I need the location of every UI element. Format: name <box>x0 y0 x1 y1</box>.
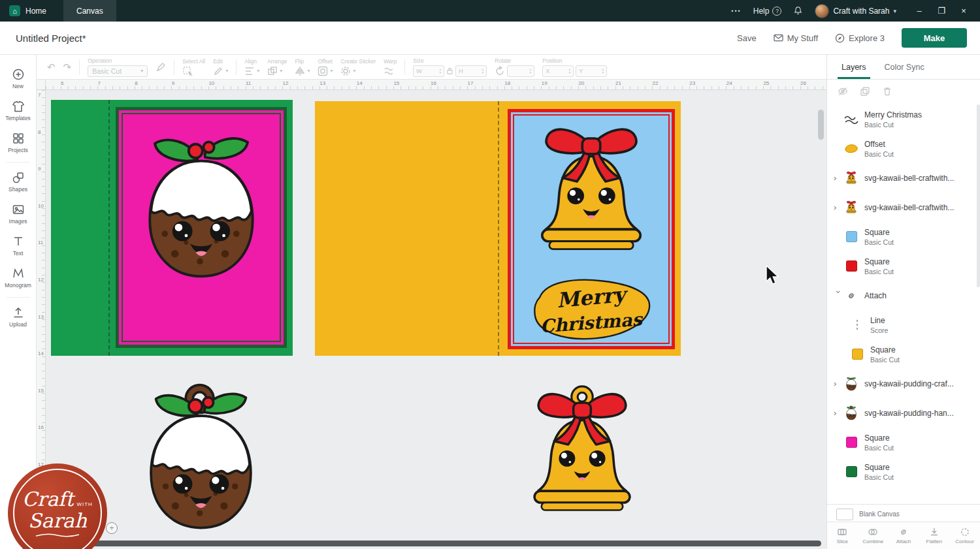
operation-dropdown[interactable]: Basic Cut ▾ <box>88 65 148 77</box>
attach-button[interactable]: Attach <box>889 522 919 549</box>
hide-layer-icon[interactable] <box>838 86 848 97</box>
tab-layers[interactable]: Layers <box>832 55 875 79</box>
layer-row-bell-2[interactable]: › svg-kawaii-bell-craftwith... <box>827 193 977 222</box>
pudding-gift-tag[interactable] <box>134 381 268 533</box>
sidebar-item-images[interactable]: Images <box>0 198 36 230</box>
plus-circle-icon <box>12 68 25 81</box>
window-minimize-button[interactable]: – <box>908 0 930 22</box>
explore-button[interactable]: Explore 3 <box>835 33 885 43</box>
home-tab[interactable]: Home <box>25 7 46 16</box>
sidebar-item-upload[interactable]: Upload <box>0 301 36 333</box>
window-maximize-button[interactable]: ❐ <box>930 0 953 22</box>
rotate-icon <box>495 66 505 76</box>
christmas-card-pudding[interactable] <box>51 100 293 356</box>
create-sticker-dropdown[interactable]: Create Sticker ▾ <box>340 58 376 76</box>
layer-row-merry-christmas[interactable]: Merry ChristmasBasic Cut <box>827 104 977 134</box>
chevron-right-icon[interactable]: › <box>834 408 843 418</box>
layer-row-offset[interactable]: OffsetBasic Cut <box>827 134 977 163</box>
sidebar-item-shapes[interactable]: Shapes <box>0 166 36 198</box>
window-close-button[interactable]: × <box>953 0 975 22</box>
tab-color-sync[interactable]: Color Sync <box>875 55 934 79</box>
sidebar-item-new[interactable]: New <box>0 63 36 95</box>
layer-row-square-red[interactable]: SquareBasic Cut <box>827 251 977 281</box>
rotate-input[interactable]: ▴▾ <box>507 65 534 77</box>
kawaii-pudding-artwork[interactable] <box>132 125 270 281</box>
notifications-bell-icon[interactable] <box>793 6 803 16</box>
account-menu[interactable]: Craft with Sarah ▾ <box>815 4 896 18</box>
chevron-down-icon: ▾ <box>893 8 896 14</box>
make-button[interactable]: Make <box>902 28 967 48</box>
projects-grid-icon <box>12 132 25 145</box>
chevron-down-icon[interactable]: › <box>834 290 843 300</box>
christmas-card-bell[interactable]: Merry Christmas <box>315 101 681 356</box>
offset-dropdown[interactable]: Offset ▾ <box>318 58 333 76</box>
ruler-tick-label: 13 <box>319 80 325 86</box>
fold-score-line <box>498 101 499 356</box>
help-question-icon[interactable]: ? <box>772 7 781 16</box>
layer-row-square-yellow[interactable]: SquareBasic Cut <box>827 339 977 369</box>
layer-row-square-blue[interactable]: SquareBasic Cut <box>827 222 977 251</box>
overflow-menu-icon[interactable]: ••• <box>731 8 741 14</box>
canvas-content[interactable]: Merry Christmas − + <box>46 90 826 549</box>
ruler-tick-label: 19 <box>542 80 547 86</box>
text-tool-icon <box>12 235 25 248</box>
layer-row-pudding-1[interactable]: › svg-kawaii-pudding-craf... <box>827 369 977 398</box>
bell-gift-tag[interactable] <box>518 382 646 534</box>
sidebar-item-projects[interactable]: Projects <box>0 127 36 159</box>
width-input[interactable]: W ▴▾ <box>413 65 444 77</box>
envelope-icon <box>774 34 783 42</box>
select-all-button[interactable]: Select All <box>182 58 205 76</box>
blank-canvas-row[interactable]: Blank Canvas <box>827 504 980 524</box>
redo-icon[interactable]: ↷ <box>63 61 72 73</box>
lock-icon[interactable] <box>446 67 453 75</box>
duplicate-layer-icon[interactable] <box>860 86 870 97</box>
pink-card-panel[interactable] <box>116 107 287 348</box>
layer-row-pudding-2[interactable]: › svg-kawaii-pudding-han... <box>827 398 977 428</box>
layer-row-square-green[interactable]: SquareBasic Cut <box>827 457 977 486</box>
sidebar-item-monogram[interactable]: Monogram <box>0 262 36 294</box>
my-stuff-button[interactable]: My Stuff <box>774 33 818 43</box>
align-dropdown[interactable]: Align ▾ <box>244 58 259 76</box>
merry-christmas-artwork[interactable]: Merry Christmas <box>528 276 655 343</box>
height-input[interactable]: H ▴▾ <box>455 65 487 77</box>
layer-row-attach-group[interactable]: › Attach <box>827 281 977 310</box>
kawaii-bell-artwork[interactable] <box>523 117 660 274</box>
edit-menu-button[interactable]: Edit ▾ <box>213 58 228 76</box>
chevron-right-icon[interactable]: › <box>834 173 843 183</box>
ruler-tick-label: 11 <box>246 80 251 86</box>
flatten-button[interactable]: Flatten <box>919 522 949 549</box>
ruler-tick-label: 13 <box>38 314 44 320</box>
contour-button[interactable]: Contour <box>949 522 980 549</box>
canvas-vertical-scrollbar[interactable] <box>818 110 824 140</box>
help-link[interactable]: Help <box>753 7 770 16</box>
layer-row-bell-1[interactable]: › svg-kawaii-bell-craftwith... <box>827 163 977 193</box>
flip-icon <box>295 66 305 76</box>
canvas-horizontal-scrollbar[interactable] <box>85 541 821 546</box>
layer-row-line-score[interactable]: LineScore <box>827 310 977 339</box>
slice-button[interactable]: Slice <box>827 522 858 549</box>
warp-button[interactable]: Warp <box>384 58 397 76</box>
ruler-tick-label: 12 <box>38 277 44 283</box>
canvas-area[interactable]: 67891011121314151617181920212223242526 7… <box>37 80 826 549</box>
ruler-tick-label: 15 <box>393 80 399 86</box>
combine-button[interactable]: Combine <box>858 522 889 549</box>
chevron-right-icon[interactable]: › <box>834 202 843 212</box>
canvas-tab[interactable]: Canvas <box>63 0 116 22</box>
position-x-input[interactable]: X ▴▾ <box>542 65 574 77</box>
delete-layer-icon[interactable] <box>882 86 892 97</box>
position-y-input[interactable]: Y ▴▾ <box>576 65 607 77</box>
sidebar-item-text[interactable]: Text <box>0 230 36 262</box>
arrange-dropdown[interactable]: Arrange ▾ <box>267 58 287 76</box>
save-button[interactable]: Save <box>737 33 757 43</box>
blue-card-panel[interactable]: Merry Christmas <box>508 109 675 349</box>
undo-icon[interactable]: ↶ <box>47 61 56 73</box>
zoom-in-button[interactable]: + <box>106 522 118 534</box>
flip-dropdown[interactable]: Flip ▾ <box>295 58 310 76</box>
sidebar-item-templates[interactable]: Templates <box>0 95 36 127</box>
color-pen-icon[interactable] <box>155 62 166 72</box>
layers-scrollbar[interactable] <box>977 104 980 287</box>
ruler-tick-label: 21 <box>615 80 621 86</box>
blank-canvas-swatch <box>836 509 853 520</box>
chevron-right-icon[interactable]: › <box>834 379 843 388</box>
layer-row-square-pink[interactable]: SquareBasic Cut <box>827 428 977 457</box>
